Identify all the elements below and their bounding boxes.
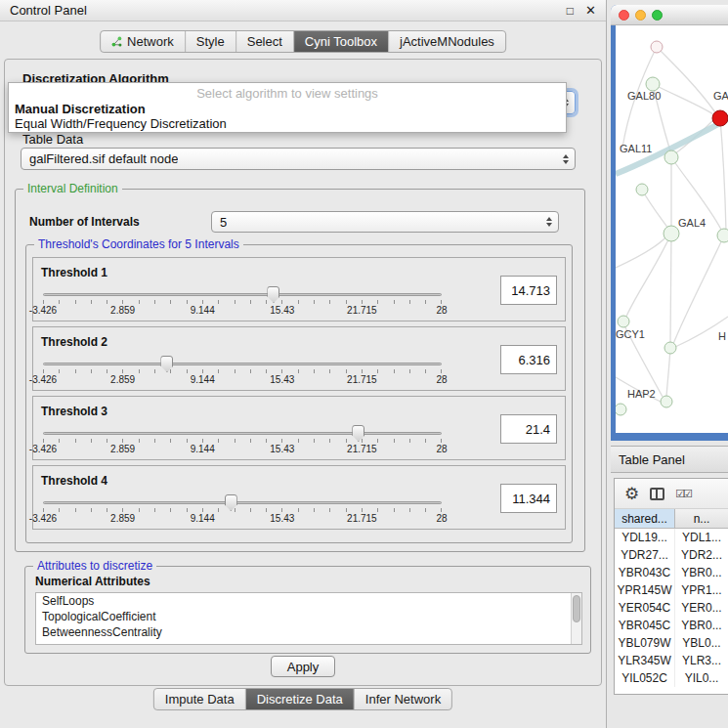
- column-header-name[interactable]: n...: [675, 509, 728, 528]
- tab-impute-data[interactable]: Impute Data: [154, 689, 246, 709]
- threshold-panel: Threshold 3-3.4262.8599.14415.4321.71528…: [32, 396, 566, 460]
- attribute-list-item[interactable]: BetweennessCentrality: [36, 624, 581, 640]
- node-label: GAL11: [620, 143, 652, 154]
- column-header-shared-name[interactable]: shared...: [615, 509, 675, 528]
- threshold-value[interactable]: 21.4: [500, 414, 557, 444]
- threshold-label: Threshold 1: [41, 266, 107, 279]
- network-window-titlebar[interactable]: [611, 5, 728, 25]
- table-cell: YBL079W: [615, 634, 675, 652]
- threshold-slider[interactable]: -3.4262.8599.14415.4321.71528: [43, 426, 442, 459]
- table-row[interactable]: YBL079WYBL0...: [615, 634, 728, 652]
- table-row[interactable]: YLR345WYLR3...: [615, 652, 728, 669]
- close-icon[interactable]: ✕: [585, 3, 596, 18]
- network-node[interactable]: [712, 110, 728, 126]
- slider-track[interactable]: [43, 363, 442, 365]
- num-intervals-select[interactable]: 5: [211, 211, 559, 233]
- tab-discretize-data[interactable]: Discretize Data: [246, 689, 355, 709]
- scrollbar[interactable]: [571, 593, 581, 644]
- float-window-icon[interactable]: □: [567, 4, 574, 18]
- network-node[interactable]: [717, 229, 728, 242]
- table-cell: YBR0...: [675, 564, 728, 581]
- threshold-list: Threshold 1-3.4262.8599.14415.4321.71528…: [32, 257, 566, 535]
- threshold-slider[interactable]: -3.4262.8599.14415.4321.71528: [43, 357, 442, 390]
- gear-icon[interactable]: ⚙: [624, 486, 639, 502]
- table-toolbar: ⚙ ☑☑: [615, 479, 728, 509]
- apply-button[interactable]: Apply: [271, 656, 335, 677]
- network-node[interactable]: [646, 77, 660, 91]
- network-node[interactable]: [636, 184, 648, 195]
- table-row[interactable]: YBR045CYBR0...: [615, 617, 728, 634]
- tab-infer-network[interactable]: Infer Network: [355, 689, 451, 709]
- popup-option-equal-width-frequency[interactable]: Equal Width/Frequency Discretization: [9, 116, 566, 131]
- network-node[interactable]: [651, 41, 663, 53]
- table-cell: YBR0...: [675, 617, 728, 634]
- table-cell: YBR043C: [615, 564, 675, 581]
- tab-style[interactable]: Style: [186, 31, 236, 52]
- table-data-label: Table Data: [22, 132, 83, 147]
- tick-label: -3.426: [29, 444, 57, 454]
- network-node[interactable]: [661, 396, 672, 407]
- slider-track[interactable]: [43, 293, 442, 296]
- network-node[interactable]: [618, 316, 629, 327]
- columns-icon[interactable]: [650, 488, 664, 500]
- table-row[interactable]: YIL052CYIL0...: [615, 669, 728, 687]
- zoom-traffic-light-icon[interactable]: [652, 10, 663, 21]
- table-cell: YPR1...: [675, 581, 728, 599]
- threshold-value[interactable]: 6.316: [500, 345, 557, 374]
- table-cell: YDL19...: [615, 529, 675, 546]
- window-controls: □ ✕: [567, 3, 596, 18]
- popup-option-manual-discretization[interactable]: Manual Discretization: [9, 102, 566, 116]
- table-row[interactable]: YBR043CYBR0...: [615, 564, 728, 581]
- node-label: GCY1: [616, 328, 645, 340]
- tab-cyni-toolbox[interactable]: Cyni Toolbox: [294, 31, 389, 52]
- num-intervals-value: 5: [220, 215, 227, 230]
- select-columns-icon[interactable]: ☑☑: [675, 488, 691, 500]
- node-label: GA: [713, 90, 728, 102]
- threshold-slider[interactable]: -3.4262.8599.14415.4321.71528: [43, 495, 442, 529]
- table-row[interactable]: YPR145WYPR1...: [615, 581, 728, 599]
- network-node[interactable]: [664, 342, 676, 354]
- tick-label: 15.43: [270, 513, 294, 524]
- table-row[interactable]: YDL19...YDL1...: [615, 529, 728, 546]
- tick-label: 28: [436, 444, 447, 454]
- scrollbar-thumb[interactable]: [573, 595, 580, 622]
- tab-label: Discretize Data: [257, 692, 343, 707]
- tick-label: 21.715: [347, 444, 377, 454]
- network-canvas[interactable]: GAL80GAGAL11GAL4GCY1HHAP2: [616, 25, 728, 433]
- group-legend: Attributes to discretize: [33, 559, 156, 573]
- table-cell: YDL1...: [675, 529, 728, 546]
- tick-label: 15.43: [270, 305, 294, 316]
- table-row[interactable]: YER054CYER0...: [615, 599, 728, 617]
- slider-track[interactable]: [43, 501, 442, 504]
- network-graph[interactable]: GAL80GAGAL11GAL4GCY1HHAP2: [616, 25, 728, 433]
- tab-select[interactable]: Select: [236, 31, 294, 52]
- tab-network[interactable]: Network: [101, 31, 186, 52]
- network-edge: [642, 190, 668, 229]
- threshold-value[interactable]: 14.713: [500, 276, 557, 305]
- table-data-select[interactable]: galFiltered.sif default node: [21, 148, 576, 170]
- slider-ticks-icon: [43, 300, 442, 304]
- network-node[interactable]: [664, 150, 678, 164]
- numerical-attributes-list[interactable]: SelfLoopsTopologicalCoefficientBetweenne…: [35, 592, 582, 645]
- threshold-panel: Threshold 2-3.4262.8599.14415.4321.71528…: [32, 326, 566, 391]
- attribute-list-item[interactable]: TopologicalCoefficient: [36, 609, 581, 624]
- network-node[interactable]: [616, 404, 626, 415]
- tick-label: 21.715: [347, 374, 377, 385]
- table-row[interactable]: YDR27...YDR2...: [615, 546, 728, 564]
- minimize-traffic-light-icon[interactable]: [635, 10, 646, 21]
- network-edge: [653, 84, 713, 114]
- tab-jactivemnodules[interactable]: jActiveMNodules: [389, 31, 505, 52]
- table-data-select-value: galFiltered.sif default node: [29, 151, 178, 166]
- threshold-slider[interactable]: -3.4262.8599.14415.4321.71528: [43, 287, 442, 321]
- popup-placeholder: Select algorithm to view settings: [9, 85, 566, 102]
- node-label: HAP2: [627, 388, 656, 400]
- tick-label: 2.859: [110, 374, 135, 385]
- tick-label: 9.144: [191, 374, 215, 385]
- screen: Control Panel □ ✕ NetworkStyleSelectCyni…: [0, 0, 728, 728]
- threshold-value[interactable]: 11.344: [500, 484, 557, 513]
- network-node[interactable]: [664, 226, 679, 241]
- attribute-list-item[interactable]: SelfLoops: [36, 593, 581, 609]
- close-traffic-light-icon[interactable]: [619, 10, 629, 21]
- tab-label: Cyni Toolbox: [305, 34, 377, 49]
- slider-track[interactable]: [43, 432, 442, 435]
